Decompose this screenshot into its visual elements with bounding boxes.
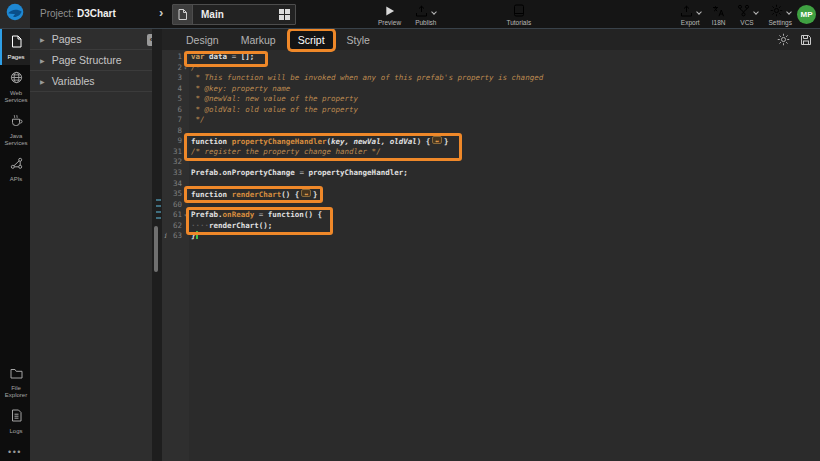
line-number[interactable]: 5 — [162, 94, 182, 105]
code-line-32[interactable]: 32 — [162, 157, 820, 168]
settings-gear-icon[interactable] — [777, 33, 790, 46]
line-number[interactable]: 4 — [162, 84, 182, 95]
code-line-6[interactable]: 6 * @oldVal: old value of the property — [162, 105, 820, 116]
code-text: /* — [189, 63, 200, 74]
fold-toggle-icon[interactable]: ▸ — [182, 189, 189, 200]
page-icon — [173, 5, 193, 24]
script-code-editor[interactable]: 1var data = [];2▾/*3 * This function wil… — [162, 50, 820, 461]
panel-section-label: Pages — [52, 33, 82, 45]
code-line-62[interactable]: 62····renderChart(); — [162, 221, 820, 232]
tab-strip-icons — [777, 29, 812, 50]
avatar[interactable]: MP — [797, 5, 816, 24]
fold-gutter — [182, 179, 189, 190]
publish-label: Publish — [415, 19, 436, 26]
publish-icon — [415, 4, 436, 17]
more-options-button[interactable]: ••• — [0, 447, 30, 457]
line-number[interactable]: 8 — [162, 126, 182, 137]
line-number[interactable]: 7 — [162, 115, 182, 126]
vcs-button[interactable]: VCS — [737, 4, 758, 26]
code-text: function renderChart() {↔} — [189, 189, 318, 200]
logs-label: Logs — [9, 428, 22, 435]
code-text: var data = []; — [189, 52, 254, 63]
code-text: * @newVal: new value of the property — [189, 94, 358, 105]
settings-button[interactable]: Settings — [769, 4, 793, 26]
fold-toggle-icon[interactable]: ▸ — [182, 136, 189, 147]
code-line-35[interactable]: 35▸function renderChart() {↔} — [162, 189, 820, 200]
panel-section-pages[interactable]: ▶Pages — [30, 29, 152, 50]
fold-gutter — [182, 126, 189, 137]
java-services-label: Java Services — [2, 133, 30, 147]
code-line-3[interactable]: 3 * This function will be invoked when a… — [162, 73, 820, 84]
line-number[interactable]: 31 — [162, 147, 182, 158]
fold-toggle-icon[interactable]: ▾ — [182, 63, 189, 74]
code-line-60[interactable]: 60 — [162, 200, 820, 211]
code-text — [189, 200, 191, 211]
line-number[interactable]: 34 — [162, 179, 182, 190]
save-icon[interactable] — [800, 34, 812, 46]
code-line-9[interactable]: 9▸function propertyChangeHandler(key, ne… — [162, 136, 820, 147]
web-services-label: Web Services — [2, 90, 30, 104]
tutorials-button[interactable]: Tutorials — [506, 4, 531, 26]
i18n-button[interactable]: I18N — [712, 4, 726, 26]
chevron-right-icon[interactable]: › — [159, 5, 163, 20]
export-icon — [680, 4, 701, 17]
rail-item-java-services[interactable]: Java Services — [0, 108, 30, 151]
tab-style[interactable]: Style — [339, 31, 378, 49]
line-number[interactable]: 33 — [162, 168, 182, 179]
line-number[interactable]: 1 — [162, 52, 182, 63]
code-line-2[interactable]: 2▾/* — [162, 63, 820, 74]
rail-item-apis[interactable]: APIs — [0, 151, 30, 187]
line-number[interactable]: 62 — [162, 221, 182, 232]
code-line-63[interactable]: i63} — [162, 231, 820, 242]
line-number[interactable]: 60 — [162, 200, 182, 211]
app-logo[interactable] — [0, 0, 30, 28]
rail-item-file-explorer[interactable]: File Explorer — [0, 360, 30, 403]
code-line-31[interactable]: 31/* register the property change handle… — [162, 147, 820, 158]
chevron-down-icon — [786, 9, 792, 15]
line-number[interactable]: 32 — [162, 157, 182, 168]
panel-section-variables[interactable]: ▶Variables — [30, 71, 152, 92]
tab-design[interactable]: Design — [178, 31, 227, 49]
fold-gutter — [182, 221, 189, 232]
code-text: } — [189, 231, 198, 242]
line-number[interactable]: 35 — [162, 189, 182, 200]
line-number[interactable]: 2 — [162, 63, 182, 74]
code-line-7[interactable]: 7 */ — [162, 115, 820, 126]
export-button[interactable]: Export — [680, 4, 701, 26]
tab-script[interactable]: Script — [290, 31, 333, 49]
fold-toggle-icon[interactable]: ▾ — [182, 210, 189, 221]
grid-layout-icon[interactable] — [279, 9, 290, 20]
folded-code-widget[interactable]: ↔ — [301, 189, 311, 197]
rail-item-web-services[interactable]: Web Services — [0, 65, 30, 108]
tab-markup[interactable]: Markup — [233, 31, 284, 49]
preview-button[interactable]: Preview — [378, 4, 401, 26]
logs-icon — [11, 408, 22, 426]
code-line-8[interactable]: 8 — [162, 126, 820, 137]
folded-code-widget[interactable]: ↔ — [432, 136, 442, 144]
fold-gutter — [182, 73, 189, 84]
code-line-5[interactable]: 5 * @newVal: new value of the property — [162, 94, 820, 105]
file-explorer-icon — [10, 365, 23, 383]
apis-icon — [10, 156, 23, 174]
fold-gutter — [182, 105, 189, 116]
left-icon-rail: PagesWeb ServicesJava ServicesAPIs File … — [0, 29, 30, 461]
line-number[interactable]: 3 — [162, 73, 182, 84]
line-number[interactable]: 9 — [162, 136, 182, 147]
rail-item-pages[interactable]: Pages — [0, 29, 30, 65]
line-number[interactable]: 61 — [162, 210, 182, 221]
code-text: * @key: property name — [189, 84, 290, 95]
chevron-right-icon: ▶ — [40, 57, 45, 64]
code-line-33[interactable]: 33Prefab.onPropertyChange = propertyChan… — [162, 168, 820, 179]
code-line-34[interactable]: 34 — [162, 179, 820, 190]
code-line-61[interactable]: 61▾Prefab.onReady = function() { — [162, 210, 820, 221]
panel-splitter[interactable] — [152, 29, 162, 461]
splitter-handle[interactable] — [154, 226, 158, 272]
code-line-4[interactable]: 4 * @key: property name — [162, 84, 820, 95]
settings-icon — [770, 4, 791, 17]
rail-item-logs[interactable]: Logs — [0, 403, 30, 439]
code-line-1[interactable]: 1var data = []; — [162, 52, 820, 63]
line-number[interactable]: 6 — [162, 105, 182, 116]
publish-button[interactable]: Publish — [415, 4, 436, 26]
panel-section-page-structure[interactable]: ▶Page Structure — [30, 50, 152, 71]
page-tab-main[interactable]: Main — [172, 4, 296, 25]
